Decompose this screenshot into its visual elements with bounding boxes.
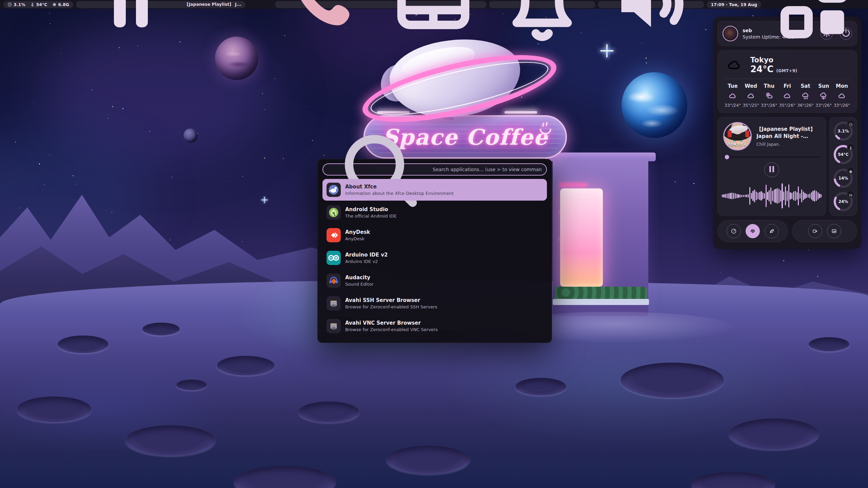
visualizer-bar xyxy=(731,192,732,199)
android-studio-app-icon xyxy=(327,205,341,220)
album-art-caption: TOKYO L xyxy=(724,143,751,146)
pause-icon xyxy=(80,0,182,56)
screen-record-button[interactable] xyxy=(808,224,822,238)
call-icon[interactable] xyxy=(277,0,379,56)
visualizer-bar xyxy=(770,187,771,204)
power-profile-group xyxy=(717,220,788,242)
album-art[interactable]: TOKYO L xyxy=(723,122,752,150)
screenshot-icon xyxy=(831,228,837,234)
visualizer-bar xyxy=(788,184,789,207)
coffee-shop-planter xyxy=(553,299,649,305)
weather-forecast: Tue33°/24°Wed35°/25°Thu33°/26°Fri35°/26°… xyxy=(724,83,851,108)
visualizer-bar xyxy=(759,192,760,200)
app-description: Arduino IDE v2 xyxy=(345,259,388,264)
visualizer-bar xyxy=(800,193,801,199)
screenshot-button[interactable] xyxy=(827,224,841,238)
forecast-day: Mon33°/26° xyxy=(833,83,851,108)
play-pause-button[interactable] xyxy=(764,162,779,177)
gauge: 3.1% xyxy=(833,121,854,142)
visualizer-bar xyxy=(808,194,809,198)
now-playing-label: 【Japanese Playlist】 J... xyxy=(184,2,241,7)
forecast-day: Thu33°/26° xyxy=(760,83,778,108)
visualizer-bar xyxy=(751,193,752,199)
purple-planet xyxy=(215,37,258,80)
system-stats-pill[interactable]: 3.1%54°C6.8G xyxy=(3,1,73,8)
app-grid-icon xyxy=(764,0,865,56)
visualizer-bar xyxy=(814,190,815,202)
visualizer-bar xyxy=(790,192,791,200)
visualizer-bar xyxy=(738,194,739,198)
app-list-item[interactable]: Avahi SSH Server BrowserBrowse for Zeroc… xyxy=(322,292,547,314)
visualizer-bar xyxy=(739,195,741,198)
visualizer-bar xyxy=(728,193,729,199)
visualizer-bar xyxy=(764,193,765,199)
anydesk-app-icon xyxy=(327,228,341,242)
volume-icon xyxy=(600,0,702,56)
forecast-day: Sun33°/26° xyxy=(815,83,832,108)
network-app-icon xyxy=(327,319,341,333)
app-name: Android Studio xyxy=(345,206,397,212)
visualizer-bar xyxy=(730,193,731,199)
visualizer-bar xyxy=(723,194,724,198)
visualizer-bar xyxy=(804,193,805,199)
visualizer-bar xyxy=(777,188,778,204)
weather-city: Tokyo xyxy=(750,56,797,64)
app-list: About XfceInformation about the Xfce Des… xyxy=(322,179,547,337)
cloud-icon xyxy=(783,92,792,100)
gauge-icon xyxy=(7,2,12,7)
app-list-item[interactable]: Android StudioThe official Android IDE xyxy=(322,202,547,223)
app-description: Browse for Zeroconf-enabled VNC Servers xyxy=(345,327,438,332)
app-list-item[interactable]: Avahi VNC Server BrowserBrowse for Zeroc… xyxy=(322,315,547,337)
touchpad-icon[interactable] xyxy=(382,0,484,56)
visualizer-bar xyxy=(752,191,753,201)
network-app-icon xyxy=(327,296,341,310)
weather-timezone: (GMT+9) xyxy=(776,68,797,73)
partly-sunny-icon xyxy=(764,92,774,100)
search-input[interactable] xyxy=(433,167,541,172)
forecast-day: Tue33°/24° xyxy=(724,83,742,108)
now-playing-pill[interactable]: 【Japanese Playlist】 J... xyxy=(76,1,245,8)
gauge: 24% xyxy=(833,191,854,212)
tray-pill[interactable] xyxy=(275,1,487,8)
gauge: 14% xyxy=(833,168,854,189)
bell-icon xyxy=(491,0,593,56)
visualizer-bar xyxy=(793,191,794,200)
app-list-item[interactable]: AnyDeskAnyDesk xyxy=(322,224,547,246)
profile-performance-button[interactable] xyxy=(727,224,741,238)
visualizer-bar xyxy=(757,192,758,199)
cloud-icon xyxy=(746,92,756,100)
visualizer-bar xyxy=(735,193,736,199)
gauge: 54°C xyxy=(833,144,854,165)
neon-cup-icon xyxy=(538,123,554,136)
app-name: Avahi VNC Server Browser xyxy=(345,320,438,326)
coffee-shop-window xyxy=(560,188,603,287)
search-bar[interactable] xyxy=(322,163,547,176)
visualizer-bar xyxy=(798,186,799,205)
visualizer-bar xyxy=(787,191,788,201)
clock[interactable]: 17:09 - Tue, 19 Aug xyxy=(707,1,761,8)
seek-bar[interactable] xyxy=(723,155,820,159)
app-launcher: About XfceInformation about the Xfce Des… xyxy=(317,159,552,343)
notifications-button[interactable] xyxy=(489,1,595,8)
app-description: AnyDesk xyxy=(345,236,370,241)
gauge-icon xyxy=(847,120,854,127)
visualizer-bar xyxy=(774,189,775,202)
app-list-item[interactable]: About XfceInformation about the Xfce Des… xyxy=(322,179,547,201)
visualizer-bar xyxy=(817,192,818,200)
visualizer-bar xyxy=(769,190,770,202)
seek-knob[interactable] xyxy=(725,155,729,159)
clock-label: 17:09 - Tue, 19 Aug xyxy=(711,2,757,7)
app-name: AnyDesk xyxy=(345,229,370,235)
app-grid-button[interactable] xyxy=(764,0,865,56)
earth-planet xyxy=(622,72,687,138)
volume-button[interactable] xyxy=(598,1,704,8)
forecast-day: Fri35°/26° xyxy=(778,83,796,108)
profile-balanced-button[interactable] xyxy=(746,224,760,238)
app-name: Audacity xyxy=(345,274,374,281)
visualizer-bar xyxy=(780,190,781,202)
profile-powersave-button[interactable] xyxy=(765,224,779,238)
app-list-item[interactable]: AudacitySound Editor xyxy=(322,270,547,291)
app-list-item[interactable]: Arduino IDE v2Arduino IDE v2 xyxy=(322,247,547,269)
visualizer-bar xyxy=(741,195,742,197)
visualizer-bar xyxy=(722,195,723,197)
